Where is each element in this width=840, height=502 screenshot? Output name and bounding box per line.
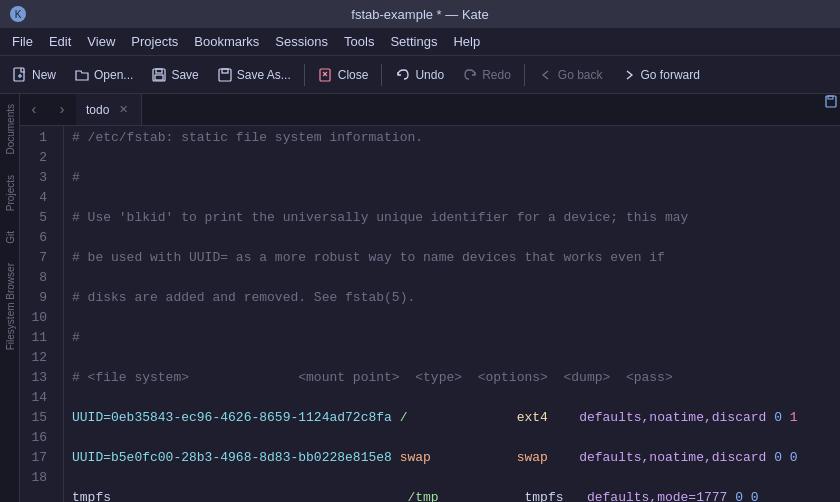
go-back-label: Go back <box>558 68 603 82</box>
code-line-10: tmpfs /tmp tmpfs defaults,mode=1777 0 0 <box>72 488 840 502</box>
tab-bar: ‹ › todo ✕ <box>20 94 840 126</box>
menu-view[interactable]: View <box>79 32 123 51</box>
documents-panel[interactable]: Documents <box>0 94 20 165</box>
menu-tools[interactable]: Tools <box>336 32 382 51</box>
go-forward-button[interactable]: Go forward <box>613 64 708 86</box>
code-line-1: # /etc/fstab: static file system informa… <box>72 128 840 148</box>
save-tab-icon <box>825 95 839 109</box>
svg-rect-8 <box>219 69 231 81</box>
gutter-15: 15 <box>20 408 55 428</box>
code-line-3: # Use 'blkid' to print the universally u… <box>72 208 840 228</box>
tmpfs-label: tmpfs <box>72 490 111 502</box>
separator-3 <box>524 64 525 86</box>
git-label: Git <box>3 225 18 250</box>
line-number-gutter: 1 2 3 4 5 6 7 8 9 10 11 12 13 14 15 16 1… <box>20 126 64 502</box>
uuid-1: UUID=0eb35843-ec96-4626-8659-1124ad72c8f… <box>72 410 392 425</box>
open-label: Open... <box>94 68 133 82</box>
comment-4: # be used with UUID= as a more robust wa… <box>72 250 665 265</box>
num-6: 0 <box>751 490 759 502</box>
go-back-icon <box>538 67 554 83</box>
comment-3: # Use 'blkid' to print the universally u… <box>72 210 688 225</box>
code-line-9: UUID=b5e0fc00-28b3-4968-8d83-bb0228e815e… <box>72 448 840 468</box>
main-area: Documents Projects Git Filesystem Browse… <box>0 94 840 502</box>
redo-icon <box>462 67 478 83</box>
new-button[interactable]: New <box>4 64 64 86</box>
undo-icon <box>395 67 411 83</box>
new-doc-icon <box>12 67 28 83</box>
projects-panel[interactable]: Projects <box>0 165 20 221</box>
gutter-13: 13 <box>20 368 55 388</box>
gutter-14: 14 <box>20 388 55 408</box>
svg-rect-14 <box>828 96 833 99</box>
menu-sessions[interactable]: Sessions <box>267 32 336 51</box>
comment-1: # /etc/fstab: static file system informa… <box>72 130 423 145</box>
code-line-8: UUID=0eb35843-ec96-4626-8659-1124ad72c8f… <box>72 408 840 428</box>
gutter-11: 11 <box>20 328 55 348</box>
tab-next-button[interactable]: › <box>48 94 76 125</box>
num-3: 0 <box>774 450 782 465</box>
code-line-2: # <box>72 168 840 188</box>
uuid-2: UUID=b5e0fc00-28b3-4968-8d83-bb0228e815e… <box>72 450 392 465</box>
svg-rect-2 <box>14 68 24 81</box>
tab-todo[interactable]: todo ✕ <box>76 94 142 125</box>
undo-button[interactable]: Undo <box>387 64 452 86</box>
menu-projects[interactable]: Projects <box>123 32 186 51</box>
separator-2 <box>381 64 382 86</box>
menu-bookmarks[interactable]: Bookmarks <box>186 32 267 51</box>
gutter-1: 1 <box>20 128 55 148</box>
menu-settings[interactable]: Settings <box>382 32 445 51</box>
gutter-16: 16 <box>20 428 55 448</box>
open-button[interactable]: Open... <box>66 64 141 86</box>
code-editor[interactable]: 1 2 3 4 5 6 7 8 9 10 11 12 13 14 15 16 1… <box>20 126 840 502</box>
gutter-8: 8 <box>20 268 55 288</box>
tab-close-button[interactable]: ✕ <box>115 102 131 118</box>
save-as-label: Save As... <box>237 68 291 82</box>
gutter-18: 18 <box>20 468 55 488</box>
fstype-1: ext4 <box>517 410 548 425</box>
close-file-icon <box>318 67 334 83</box>
code-line-5: # disks are added and removed. See fstab… <box>72 288 840 308</box>
filesystem-panel[interactable]: Filesystem Browser <box>0 253 20 360</box>
gutter-9: 9 <box>20 288 55 308</box>
go-back-button[interactable]: Go back <box>530 64 611 86</box>
swap-2: swap <box>517 450 548 465</box>
menu-file[interactable]: File <box>4 32 41 51</box>
svg-rect-6 <box>156 69 162 73</box>
gutter-6: 6 <box>20 228 55 248</box>
save-label: Save <box>171 68 198 82</box>
num-1: 0 <box>774 410 782 425</box>
path-1: / <box>400 410 408 425</box>
options-3: defaults,mode=1777 <box>587 490 727 502</box>
comment-5: # disks are added and removed. See fstab… <box>72 290 415 305</box>
code-line-6: # <box>72 328 840 348</box>
swap-1: swap <box>400 450 431 465</box>
path-2: /tmp <box>407 490 438 502</box>
tab-prev-button[interactable]: ‹ <box>20 94 48 125</box>
toolbar: New Open... Save Save As... Close <box>0 56 840 94</box>
num-4: 0 <box>790 450 798 465</box>
close-button[interactable]: Close <box>310 64 377 86</box>
comment-2: # <box>72 170 80 185</box>
gutter-2: 2 <box>20 148 55 168</box>
code-line-7: # <file system> <mount point> <type> <op… <box>72 368 840 388</box>
code-content[interactable]: # /etc/fstab: static file system informa… <box>64 126 840 502</box>
go-forward-label: Go forward <box>641 68 700 82</box>
options-1: defaults,noatime,discard <box>579 410 766 425</box>
git-panel[interactable]: Git <box>0 221 20 254</box>
menu-edit[interactable]: Edit <box>41 32 79 51</box>
save-as-button[interactable]: Save As... <box>209 64 299 86</box>
title-bar: K fstab-example * — Kate <box>0 0 840 28</box>
gutter-12: 12 <box>20 348 55 368</box>
tab-empty-space <box>142 94 824 125</box>
editor-area: ‹ › todo ✕ 1 2 3 4 5 6 <box>20 94 840 502</box>
svg-text:K: K <box>15 9 22 20</box>
close-label: Close <box>338 68 369 82</box>
code-line-4: # be used with UUID= as a more robust wa… <box>72 248 840 268</box>
redo-button[interactable]: Redo <box>454 64 519 86</box>
menu-help[interactable]: Help <box>445 32 488 51</box>
tab-save-icon[interactable] <box>824 94 840 110</box>
num-5: 0 <box>735 490 743 502</box>
app-icon: K <box>8 4 28 24</box>
undo-label: Undo <box>415 68 444 82</box>
save-button[interactable]: Save <box>143 64 206 86</box>
